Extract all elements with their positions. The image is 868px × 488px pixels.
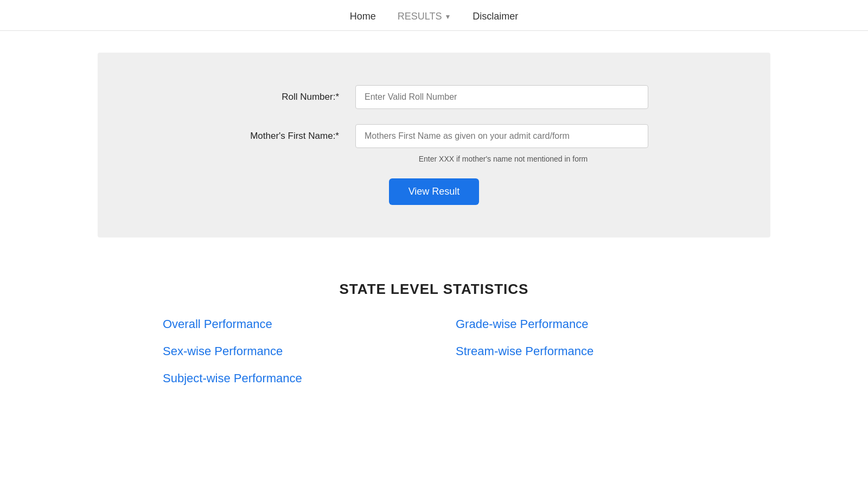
stats-col-left: Overall PerformanceSex-wise PerformanceS… xyxy=(163,317,434,399)
stats-grid: Overall PerformanceSex-wise PerformanceS… xyxy=(163,317,705,399)
roll-number-label: Roll Number:* xyxy=(220,92,339,102)
nav-home[interactable]: Home xyxy=(350,11,376,22)
stats-title: STATE LEVEL STATISTICS xyxy=(98,281,770,298)
stats-link-subjectwise-performance[interactable]: Subject-wise Performance xyxy=(163,371,412,386)
mothers-name-row: Mother's First Name:* xyxy=(119,124,749,148)
stats-section: STATE LEVEL STATISTICS Overall Performan… xyxy=(0,259,868,420)
mothers-name-input[interactable] xyxy=(355,124,648,148)
stats-col-right: Grade-wise PerformanceStream-wise Perfor… xyxy=(434,317,705,399)
view-result-button[interactable]: View Result xyxy=(389,178,480,205)
stats-link-gradewise-performance[interactable]: Grade-wise Performance xyxy=(456,317,705,331)
navbar: Home RESULTS ▼ Disclaimer xyxy=(0,0,868,31)
roll-number-input[interactable] xyxy=(355,85,648,109)
chevron-down-icon: ▼ xyxy=(444,13,451,21)
nav-disclaimer[interactable]: Disclaimer xyxy=(473,11,518,22)
mothers-name-hint: Enter XXX if mother's name not mentioned… xyxy=(258,155,749,163)
nav-results-label: RESULTS xyxy=(398,11,442,22)
stats-link-streamwise-performance[interactable]: Stream-wise Performance xyxy=(456,344,705,358)
nav-results[interactable]: RESULTS ▼ xyxy=(398,11,451,22)
mothers-name-label: Mother's First Name:* xyxy=(220,131,339,142)
result-form-section: Roll Number:* Mother's First Name:* Ente… xyxy=(98,53,770,237)
stats-link-sexwise-performance[interactable]: Sex-wise Performance xyxy=(163,344,412,358)
roll-number-row: Roll Number:* xyxy=(119,85,749,109)
stats-link-overall-performance[interactable]: Overall Performance xyxy=(163,317,412,331)
